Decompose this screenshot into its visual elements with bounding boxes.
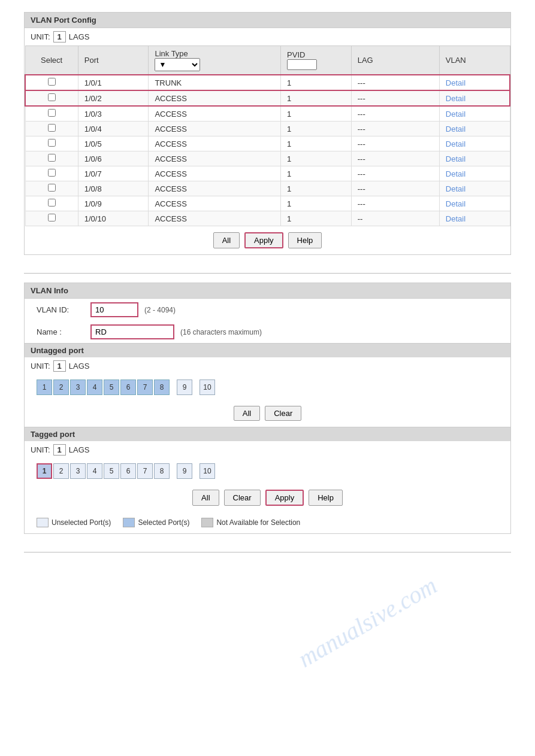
vlan-cell[interactable]: Detail bbox=[439, 122, 510, 136]
vlan-id-input[interactable] bbox=[90, 302, 138, 317]
unit-row: UNIT: 1 LAGS bbox=[25, 28, 510, 45]
untagged-clear-button[interactable]: Clear bbox=[265, 406, 301, 421]
tagged-lags-label: LAGS bbox=[69, 445, 90, 454]
untagged-unit-row: UNIT: 1 LAGS bbox=[25, 357, 510, 375]
linktype-cell: ACCESS bbox=[149, 151, 281, 166]
tagged-port-4[interactable]: 4 bbox=[87, 463, 102, 479]
tagged-all-button[interactable]: All bbox=[192, 490, 219, 506]
linktype-cell: TRUNK bbox=[149, 75, 281, 90]
untagged-port-2[interactable]: 2 bbox=[53, 379, 69, 395]
detail-link[interactable]: Detail bbox=[446, 184, 466, 193]
tagged-port-9[interactable]: 9 bbox=[177, 463, 192, 479]
table-row: 1/0/8ACCESS1---Detail bbox=[25, 181, 510, 196]
help-button[interactable]: Help bbox=[288, 232, 322, 248]
untagged-port-title: Untagged port bbox=[25, 344, 510, 357]
detail-link[interactable]: Detail bbox=[446, 214, 466, 223]
vlan-cell[interactable]: Detail bbox=[439, 166, 510, 181]
vlan-cell[interactable]: Detail bbox=[439, 106, 510, 122]
lag-cell: --- bbox=[351, 166, 439, 181]
vlan-cell[interactable]: Detail bbox=[439, 151, 510, 166]
row-checkbox-7[interactable] bbox=[48, 184, 56, 192]
table-row: 1/0/7ACCESS1---Detail bbox=[25, 166, 510, 181]
vlan-port-config-section: VLAN Port Config UNIT: 1 LAGS Select Por… bbox=[24, 12, 511, 255]
port-cell: 1/0/9 bbox=[78, 196, 149, 211]
linktype-cell: ACCESS bbox=[149, 196, 281, 211]
detail-link[interactable]: Detail bbox=[446, 78, 466, 87]
detail-link[interactable]: Detail bbox=[446, 125, 466, 133]
detail-link[interactable]: Detail bbox=[446, 154, 466, 163]
vlan-cell[interactable]: Detail bbox=[439, 211, 510, 226]
legend-selected-label: Selected Port(s) bbox=[138, 518, 189, 527]
pvid-cell: 1 bbox=[281, 106, 352, 122]
pvid-filter-input[interactable] bbox=[287, 59, 317, 70]
vlan-name-hint: (16 characters maximum) bbox=[180, 328, 262, 336]
all-button[interactable]: All bbox=[213, 232, 240, 248]
untagged-all-button[interactable]: All bbox=[234, 406, 260, 421]
vlan-id-row: VLAN ID: (2 - 4094) bbox=[25, 299, 510, 321]
col-lag: LAG bbox=[351, 46, 439, 75]
tagged-apply-button[interactable]: Apply bbox=[265, 490, 304, 506]
row-checkbox-1[interactable] bbox=[48, 93, 56, 101]
legend-unavailable-box bbox=[201, 518, 213, 527]
tagged-port-5[interactable]: 5 bbox=[104, 463, 119, 479]
row-checkbox-6[interactable] bbox=[48, 169, 56, 177]
lag-cell: -- bbox=[351, 211, 439, 226]
tagged-port-7[interactable]: 7 bbox=[137, 463, 153, 479]
lag-cell: --- bbox=[351, 181, 439, 196]
vlan-name-row: Name : (16 characters maximum) bbox=[25, 321, 510, 343]
port-cell: 1/0/10 bbox=[78, 211, 149, 226]
untagged-port-10[interactable]: 10 bbox=[200, 379, 215, 395]
apply-button[interactable]: Apply bbox=[244, 232, 283, 248]
vlan-cell[interactable]: Detail bbox=[439, 75, 510, 90]
vlan-cell[interactable]: Detail bbox=[439, 90, 510, 106]
row-checkbox-8[interactable] bbox=[48, 199, 56, 207]
vlan-port-table: Select Port Link Type ▼ ACCESS TRUNK HYB… bbox=[25, 45, 510, 226]
untagged-port-3[interactable]: 3 bbox=[70, 379, 86, 395]
unit-number: 1 bbox=[53, 31, 66, 42]
legend-row: Unselected Port(s) Selected Port(s) Not … bbox=[25, 512, 510, 533]
untagged-port-8[interactable]: 8 bbox=[154, 379, 170, 395]
linktype-cell: ACCESS bbox=[149, 106, 281, 122]
tagged-clear-button[interactable]: Clear bbox=[224, 490, 261, 506]
detail-link[interactable]: Detail bbox=[446, 94, 466, 103]
detail-link[interactable]: Detail bbox=[446, 199, 466, 208]
untagged-port-4[interactable]: 4 bbox=[87, 379, 102, 395]
port-cell: 1/0/2 bbox=[78, 90, 149, 106]
untagged-port-1[interactable]: 1 bbox=[37, 379, 52, 395]
tagged-port-3[interactable]: 3 bbox=[70, 463, 86, 479]
vlan-cell[interactable]: Detail bbox=[439, 181, 510, 196]
row-checkbox-5[interactable] bbox=[48, 154, 56, 162]
table-row: 1/0/1TRUNK1---Detail bbox=[25, 75, 510, 90]
untagged-port-5[interactable]: 5 bbox=[104, 379, 119, 395]
row-checkbox-3[interactable] bbox=[48, 124, 56, 132]
vlan-name-input[interactable] bbox=[90, 324, 174, 339]
detail-link[interactable]: Detail bbox=[446, 169, 466, 178]
detail-link[interactable]: Detail bbox=[446, 110, 466, 119]
untagged-unit-num: 1 bbox=[53, 360, 66, 372]
col-port: Port bbox=[78, 46, 149, 75]
tagged-port-2[interactable]: 2 bbox=[53, 463, 69, 479]
row-checkbox-4[interactable] bbox=[48, 139, 56, 147]
untagged-port-6[interactable]: 6 bbox=[120, 379, 136, 395]
row-checkbox-0[interactable] bbox=[48, 78, 56, 86]
untagged-port-section: Untagged port UNIT: 1 LAGS 1 2 3 4 5 6 7… bbox=[25, 343, 510, 427]
detail-link[interactable]: Detail bbox=[446, 139, 466, 148]
vlan-cell[interactable]: Detail bbox=[439, 136, 510, 151]
tagged-port-10[interactable]: 10 bbox=[200, 463, 215, 479]
untagged-port-9[interactable]: 9 bbox=[177, 379, 192, 395]
link-type-filter[interactable]: ▼ ACCESS TRUNK HYBRID bbox=[155, 58, 200, 71]
vlan-cell[interactable]: Detail bbox=[439, 196, 510, 211]
pvid-cell: 1 bbox=[281, 211, 352, 226]
pvid-cell: 1 bbox=[281, 151, 352, 166]
pvid-cell: 1 bbox=[281, 136, 352, 151]
row-checkbox-9[interactable] bbox=[48, 214, 56, 221]
vlan-info-title: VLAN Info bbox=[25, 283, 510, 299]
untagged-port-7[interactable]: 7 bbox=[137, 379, 153, 395]
tagged-port-1[interactable]: 1 bbox=[37, 463, 52, 479]
row-checkbox-2[interactable] bbox=[48, 109, 56, 117]
table-row: 1/0/3ACCESS1---Detail bbox=[25, 106, 510, 122]
pvid-cell: 1 bbox=[281, 75, 352, 90]
tagged-help-button[interactable]: Help bbox=[309, 490, 343, 506]
tagged-port-8[interactable]: 8 bbox=[154, 463, 170, 479]
tagged-port-6[interactable]: 6 bbox=[120, 463, 136, 479]
